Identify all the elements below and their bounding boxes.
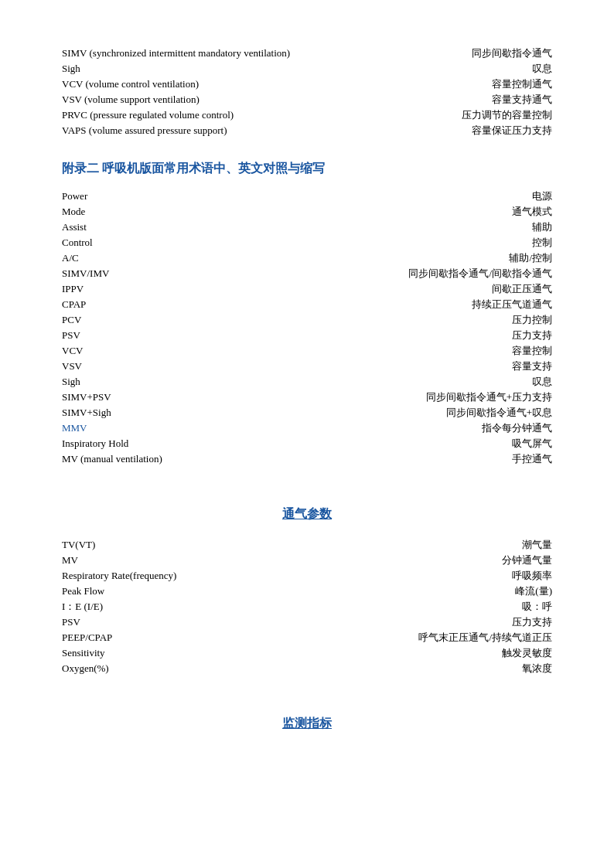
table-row: VSV 容量支持 [62, 359, 552, 373]
entry-zh: 压力控制 [512, 313, 552, 327]
entry-en: Inspiratory Hold [62, 437, 128, 450]
entry-zh: 指令每分钟通气 [482, 421, 552, 435]
section2: 附录二 呼吸机版面常用术语中、英文对照与缩写 Power 电源 Mode 通气模… [62, 161, 552, 466]
table-row: Control 控制 [62, 236, 552, 250]
entry-en: SIMV (synchronized intermittent mandator… [62, 47, 290, 60]
entry-en: I：E (I/E) [62, 600, 103, 614]
entry-en: A/C [62, 252, 79, 264]
table-row: Assist 辅助 [62, 220, 552, 234]
entry-zh: 辅助/控制 [509, 251, 552, 265]
table-row: TV(VT) 潮气量 [62, 538, 552, 552]
entry-zh: 控制 [532, 236, 552, 250]
entry-zh: 压力调节的容量控制 [462, 108, 552, 122]
entry-zh: 压力支持 [512, 615, 552, 629]
entry-zh: 吸气屏气 [512, 437, 552, 451]
entry-en: Mode [62, 206, 85, 218]
entry-zh: 通气模式 [512, 205, 552, 219]
table-row: PCV 压力控制 [62, 313, 552, 327]
table-row: VSV (volume support ventilation) 容量支持通气 [62, 93, 552, 107]
entry-en: PSV [62, 616, 80, 628]
table-row: MMV 指令每分钟通气 [62, 421, 552, 435]
table-row: MV 分钟通气量 [62, 553, 552, 567]
entry-zh: 叹息 [532, 375, 552, 389]
entry-zh: 电源 [532, 189, 552, 203]
entry-zh: 氧浓度 [522, 662, 552, 676]
table-row: Sigh 叹息 [62, 62, 552, 76]
entry-en: PRVC (pressure regulated volume control) [62, 109, 234, 121]
entry-en: CPAP [62, 298, 86, 311]
entry-zh: 同步间歇指令通气+压力支持 [426, 390, 552, 404]
entry-en: PCV [62, 314, 81, 326]
table-row: Inspiratory Hold 吸气屏气 [62, 437, 552, 451]
entry-en: Power [62, 190, 87, 203]
table-row: VCV 容量控制 [62, 344, 552, 358]
entry-zh: 同步间歇指令通气 [472, 46, 552, 60]
entry-en: MV (manual ventilation) [62, 453, 162, 465]
table-row: I：E (I/E) 吸：呼 [62, 600, 552, 614]
entry-en: VSV (volume support ventilation) [62, 94, 200, 106]
entry-en: MMV [62, 422, 87, 434]
section3: 通气参数 TV(VT) 潮气量 MV 分钟通气量 Respiratory Rat… [62, 506, 552, 676]
entry-zh: 同步间歇指令通气/间歇指令通气 [408, 267, 552, 281]
top-entries-section: SIMV (synchronized intermittent mandator… [62, 46, 552, 138]
section2-title: 附录二 呼吸机版面常用术语中、英文对照与缩写 [62, 161, 552, 177]
entry-en: VCV (volume control ventilation) [62, 78, 199, 90]
entry-en: VAPS (volume assured pressure support) [62, 124, 227, 137]
entry-zh: 分钟通气量 [502, 553, 552, 567]
entry-zh: 呼气末正压通气/持续气道正压 [418, 631, 552, 645]
table-row: A/C 辅助/控制 [62, 251, 552, 265]
section4: 监测指标 [62, 716, 552, 732]
entry-en: Sigh [62, 376, 80, 388]
table-row: SIMV (synchronized intermittent mandator… [62, 46, 552, 60]
entry-en: Peak Flow [62, 585, 104, 597]
entry-zh: 间歇正压通气 [492, 282, 552, 296]
entry-zh: 容量控制 [512, 344, 552, 358]
entry-en: SIMV/IMV [62, 267, 109, 280]
section3-title: 通气参数 [62, 506, 552, 523]
table-row: Power 电源 [62, 189, 552, 203]
entry-zh: 呼吸频率 [512, 569, 552, 583]
entry-zh: 触发灵敏度 [502, 646, 552, 660]
entry-en: Respiratory Rate(frequency) [62, 570, 176, 582]
table-row: IPPV 间歇正压通气 [62, 282, 552, 296]
table-row: Sensitivity 触发灵敏度 [62, 646, 552, 660]
entry-zh: 潮气量 [522, 538, 552, 552]
section4-title: 监测指标 [62, 716, 552, 732]
table-row: Sigh 叹息 [62, 375, 552, 389]
entry-en: Sigh [62, 63, 80, 75]
entry-en: Sensitivity [62, 647, 105, 659]
table-row: SIMV/IMV 同步间歇指令通气/间歇指令通气 [62, 267, 552, 281]
entry-en: SIMV+Sigh [62, 407, 111, 419]
entry-zh: 辅助 [532, 220, 552, 234]
entry-en: Assist [62, 221, 87, 233]
entry-zh: 峰流(量) [515, 584, 552, 598]
table-row: PEEP/CPAP 呼气末正压通气/持续气道正压 [62, 631, 552, 645]
table-row: PSV 压力支持 [62, 615, 552, 629]
table-row: SIMV+PSV 同步间歇指令通气+压力支持 [62, 390, 552, 404]
entry-en: Oxygen(%) [62, 662, 109, 675]
entry-zh: 压力支持 [512, 328, 552, 342]
table-row: MV (manual ventilation) 手控通气 [62, 452, 552, 466]
entry-en: VSV [62, 360, 82, 373]
table-row: Peak Flow 峰流(量) [62, 584, 552, 598]
entry-zh: 容量控制通气 [492, 77, 552, 91]
entry-zh: 吸：呼 [522, 600, 552, 614]
entry-zh: 容量支持通气 [492, 93, 552, 107]
table-row: PRVC (pressure regulated volume control)… [62, 108, 552, 122]
entry-zh: 容量支持 [512, 359, 552, 373]
table-row: Respiratory Rate(frequency) 呼吸频率 [62, 569, 552, 583]
entry-en: PEEP/CPAP [62, 631, 112, 644]
table-row: VCV (volume control ventilation) 容量控制通气 [62, 77, 552, 91]
entry-en: VCV [62, 345, 83, 357]
entry-zh: 叹息 [532, 62, 552, 76]
table-row: SIMV+Sigh 同步间歇指令通气+叹息 [62, 406, 552, 420]
entry-zh: 容量保证压力支持 [472, 124, 552, 138]
entry-zh: 手控通气 [512, 452, 552, 466]
entry-zh: 同步间歇指令通气+叹息 [446, 406, 552, 420]
table-row: PSV 压力支持 [62, 328, 552, 342]
entry-en: IPPV [62, 283, 84, 295]
entry-zh: 持续正压气道通气 [472, 298, 552, 311]
entry-en: SIMV+PSV [62, 391, 111, 403]
entry-en: MV [62, 554, 78, 567]
table-row: Oxygen(%) 氧浓度 [62, 662, 552, 676]
